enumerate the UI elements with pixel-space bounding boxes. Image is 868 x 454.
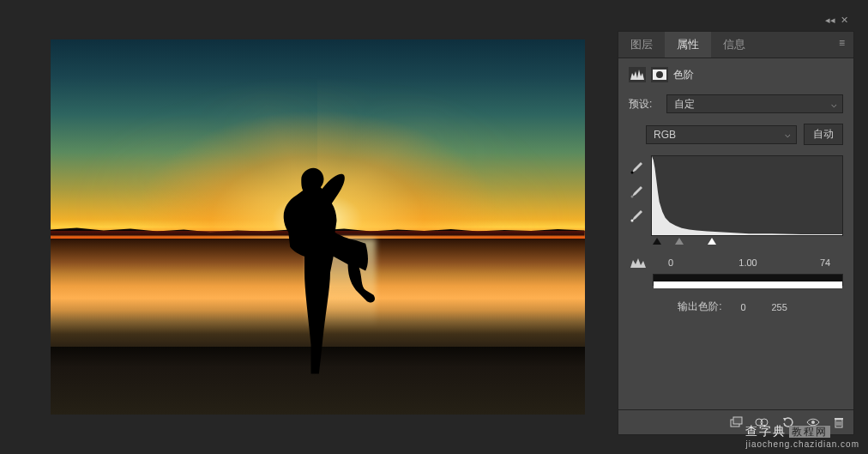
output-white-handle[interactable] [654, 281, 842, 288]
panel-tabs: 图层 属性 信息 ≡ [618, 32, 853, 58]
input-gamma-field[interactable] [730, 255, 766, 270]
svg-point-3 [631, 196, 634, 198]
input-white-field[interactable] [807, 255, 843, 270]
histogram-chart [651, 155, 843, 236]
channel-select[interactable]: RGB [646, 125, 797, 144]
canvas-area [0, 0, 618, 454]
panel-collapse-icon[interactable]: ◂◂ [825, 15, 835, 26]
watermark-brand2: 教程网 [789, 426, 830, 438]
svg-point-4 [631, 220, 634, 222]
tab-properties[interactable]: 属性 [665, 32, 711, 58]
auto-button[interactable]: 自动 [804, 124, 843, 145]
image-silhouette [240, 152, 395, 377]
svg-point-2 [631, 172, 634, 174]
input-black-handle[interactable] [653, 238, 661, 245]
output-gradient-bar[interactable] [653, 274, 843, 286]
image-canvas[interactable] [51, 39, 585, 415]
svg-rect-11 [835, 418, 843, 420]
preset-select[interactable]: 自定 [666, 94, 843, 113]
output-black-handle[interactable] [654, 275, 842, 281]
watermark: 查字典教程网 jiaocheng.chazidian.com [745, 424, 859, 449]
output-black-field[interactable] [729, 300, 758, 315]
svg-rect-6 [733, 417, 742, 424]
input-white-handle[interactable] [708, 238, 716, 245]
svg-point-1 [656, 71, 663, 78]
panel-close-icon[interactable]: ✕ [841, 15, 848, 26]
properties-panel: ◂◂ ✕ 图层 属性 信息 ≡ 色阶 [618, 31, 854, 435]
output-white-field[interactable] [765, 300, 794, 315]
adjustment-title: 色阶 [673, 68, 694, 82]
levels-small-icon [629, 257, 648, 268]
panel-menu-icon[interactable]: ≡ [830, 32, 853, 58]
tab-info[interactable]: 信息 [711, 32, 757, 58]
mask-icon [651, 67, 668, 82]
levels-icon [629, 67, 646, 82]
channel-value: RGB [654, 129, 676, 141]
input-black-field[interactable] [653, 255, 689, 270]
tab-layers[interactable]: 图层 [618, 32, 665, 58]
preset-value: 自定 [674, 97, 695, 112]
input-gamma-handle[interactable] [675, 238, 684, 245]
eyedropper-black-icon[interactable] [629, 160, 644, 176]
clip-to-layer-icon[interactable] [728, 415, 744, 429]
input-levels-slider[interactable] [653, 239, 843, 248]
watermark-url: jiaocheng.chazidian.com [745, 439, 859, 449]
eyedropper-white-icon[interactable] [629, 209, 644, 224]
preset-label: 预设: [629, 97, 660, 112]
output-levels-label: 输出色阶: [678, 300, 721, 315]
eyedropper-gray-icon[interactable] [629, 185, 644, 200]
watermark-brand1: 查字典 [745, 424, 787, 438]
